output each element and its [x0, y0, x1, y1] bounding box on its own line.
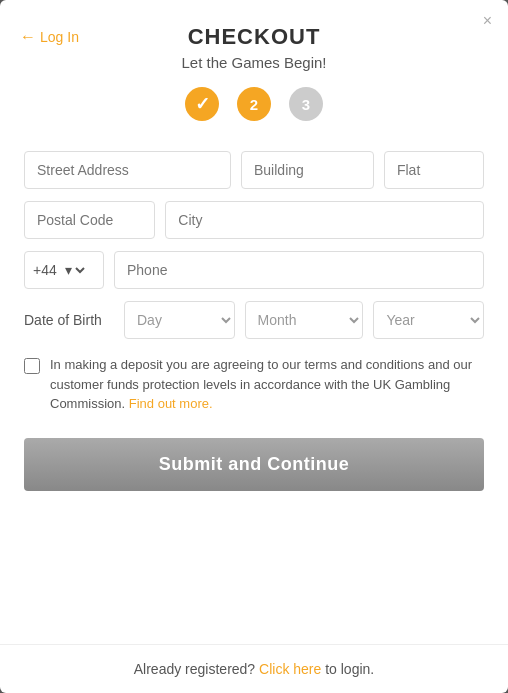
- dob-year-select[interactable]: Year 200019991998 199719961995 199419931…: [373, 301, 484, 339]
- checkmark-icon: ✓: [195, 93, 210, 115]
- back-arrow-icon: ←: [20, 28, 36, 46]
- step-3-label: 3: [302, 96, 310, 113]
- terms-checkbox[interactable]: [24, 358, 40, 374]
- modal-body: +44 ▾ Date of Birth Day 1234 5678 910111…: [0, 141, 508, 644]
- dob-row: Date of Birth Day 1234 5678 9101112 1314…: [24, 301, 484, 339]
- steps-indicator: ✓ 2 3: [20, 87, 488, 121]
- footer-login-link[interactable]: Click here: [259, 661, 321, 677]
- street-address-input[interactable]: [24, 151, 231, 189]
- address-row: [24, 151, 484, 189]
- step-2-label: 2: [250, 96, 258, 113]
- flat-input[interactable]: [384, 151, 484, 189]
- login-link-label: Log In: [40, 29, 79, 45]
- terms-row: In making a deposit you are agreeing to …: [24, 355, 484, 414]
- phone-row: +44 ▾: [24, 251, 484, 289]
- dob-month-select[interactable]: Month JanuaryFebruaryMarch AprilMayJune …: [245, 301, 364, 339]
- checkout-modal: × ← Log In CHECKOUT Let the Games Begin!…: [0, 0, 508, 693]
- phone-country-selector[interactable]: +44 ▾: [24, 251, 104, 289]
- country-code-label: +44: [33, 262, 57, 278]
- country-code-select[interactable]: ▾: [61, 261, 88, 279]
- step-2: 2: [237, 87, 271, 121]
- phone-input[interactable]: [114, 251, 484, 289]
- modal-header: ← Log In CHECKOUT Let the Games Begin! ✓…: [0, 0, 508, 141]
- page-title: CHECKOUT: [20, 24, 488, 50]
- page-subtitle: Let the Games Begin!: [20, 54, 488, 71]
- footer-text: Already registered?: [134, 661, 255, 677]
- step-3: 3: [289, 87, 323, 121]
- login-link[interactable]: ← Log In: [20, 28, 79, 46]
- postal-code-input[interactable]: [24, 201, 155, 239]
- footer-suffix: to login.: [325, 661, 374, 677]
- submit-button[interactable]: Submit and Continue: [24, 438, 484, 491]
- step-1: ✓: [185, 87, 219, 121]
- building-input[interactable]: [241, 151, 374, 189]
- dob-day-select[interactable]: Day 1234 5678 9101112 13141516 17181920 …: [124, 301, 235, 339]
- modal-footer: Already registered? Click here to login.: [0, 644, 508, 693]
- find-out-more-link[interactable]: Find out more.: [129, 396, 213, 411]
- dob-label: Date of Birth: [24, 312, 114, 328]
- city-row: [24, 201, 484, 239]
- city-input[interactable]: [165, 201, 484, 239]
- terms-text: In making a deposit you are agreeing to …: [50, 355, 484, 414]
